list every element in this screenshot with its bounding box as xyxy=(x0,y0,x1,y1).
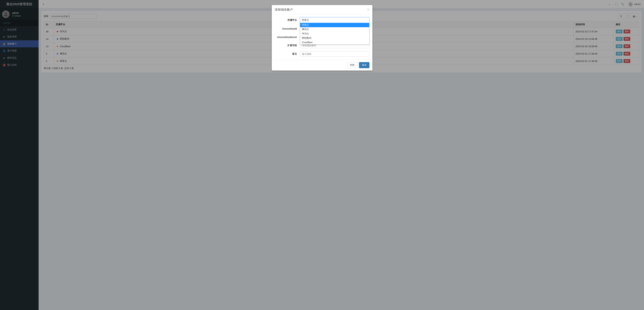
platform-option[interactable]: 西部数码 xyxy=(300,36,369,40)
platform-selected-value: 阿里云 xyxy=(302,19,309,22)
platform-option[interactable]: Cloudflare xyxy=(300,40,369,44)
access-key-id-label: AccessKeyId xyxy=(275,27,300,30)
platform-select[interactable]: 阿里云 ⌵ xyxy=(300,17,370,23)
modal-footer: 关闭 保存 xyxy=(272,60,372,71)
modal-header: 添加域名账户 × xyxy=(272,5,372,14)
access-key-secret-label: AccessKeySecret xyxy=(275,36,300,39)
form-row-remark: 备注 xyxy=(275,51,370,57)
platform-option[interactable]: 华为云 xyxy=(300,32,369,36)
remark-input[interactable] xyxy=(300,51,370,57)
modal-body: 所属平台 阿里云 ⌵ 阿里云腾讯云华为云西部数码Cloudflare Acces… xyxy=(272,14,372,60)
cancel-button[interactable]: 关闭 xyxy=(347,62,357,68)
ext-label: 扩展字段 xyxy=(275,44,300,47)
platform-option[interactable]: 腾讯云 xyxy=(300,27,369,32)
add-account-modal: 添加域名账户 × 所属平台 阿里云 ⌵ 阿里云腾讯云华为云西部数码Cloudfl… xyxy=(272,5,372,71)
form-row-platform: 所属平台 阿里云 ⌵ 阿里云腾讯云华为云西部数码Cloudflare xyxy=(275,17,370,23)
save-button[interactable]: 保存 xyxy=(359,62,370,68)
remark-label: 备注 xyxy=(275,52,300,55)
chevron-down-icon: ⌵ xyxy=(366,19,368,21)
platform-dropdown: 阿里云腾讯云华为云西部数码Cloudflare xyxy=(300,23,370,45)
modal-title: 添加域名账户 xyxy=(275,8,293,12)
platform-option[interactable]: 阿里云 xyxy=(300,23,369,27)
platform-label: 所属平台 xyxy=(275,19,300,22)
close-icon: × xyxy=(367,8,370,12)
modal-close-button[interactable]: × xyxy=(367,8,370,12)
